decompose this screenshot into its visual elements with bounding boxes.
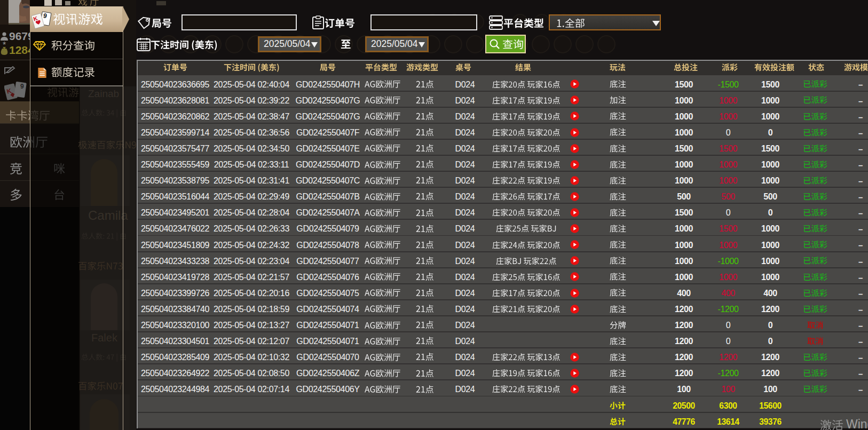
svg-text:9: 9: [20, 83, 24, 90]
